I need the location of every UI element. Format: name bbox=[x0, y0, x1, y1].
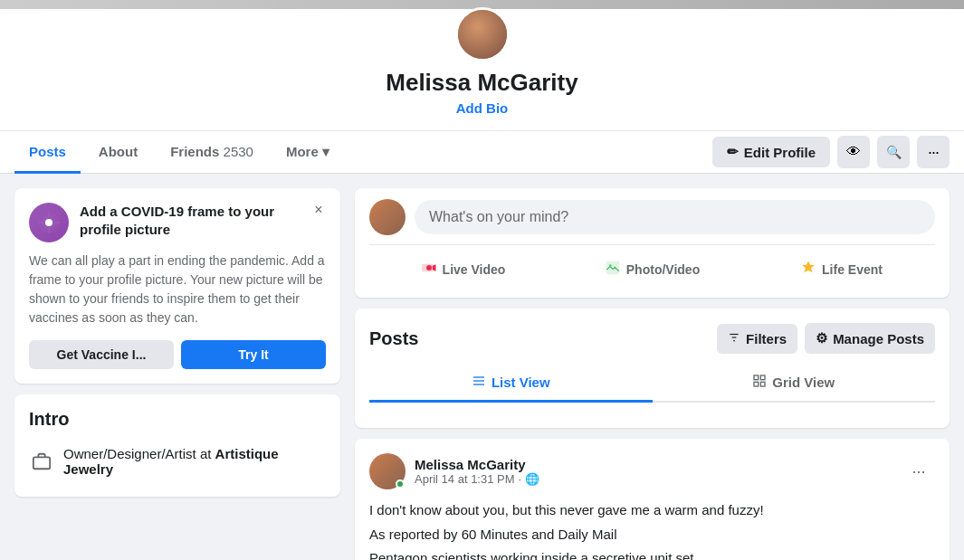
posts-header: Posts Filters ⚙ bbox=[369, 323, 935, 354]
profile-content: × Add a COVID-19 frame to your profile p… bbox=[0, 174, 964, 560]
life-event-action[interactable]: Life Event bbox=[748, 252, 935, 287]
profile-avatar bbox=[455, 7, 510, 62]
live-video-action[interactable]: Live Video bbox=[369, 252, 557, 287]
pencil-icon: ✏ bbox=[727, 144, 739, 160]
tab-actions: ✏ Edit Profile 👁 🔍 ··· bbox=[712, 136, 950, 168]
posts-controls: Filters ⚙ Manage Posts bbox=[717, 323, 935, 354]
online-indicator bbox=[396, 479, 405, 489]
filters-icon bbox=[728, 331, 740, 346]
covid-buttons: Get Vaccine I... Try It bbox=[29, 340, 326, 369]
filters-button[interactable]: Filters bbox=[717, 324, 797, 354]
covid-title: Add a COVID-19 frame to your profile pic… bbox=[80, 203, 326, 238]
composer-avatar bbox=[369, 199, 406, 235]
more-options-button[interactable]: ··· bbox=[917, 136, 950, 168]
post-author-info: Melissa McGarity April 14 at 1:31 PM · 🌐 bbox=[415, 457, 893, 486]
intro-title: Intro bbox=[29, 409, 326, 430]
briefcase-icon bbox=[29, 449, 54, 474]
try-it-button[interactable]: Try It bbox=[181, 340, 326, 369]
profile-tabs: Posts About Friends 2530 More ▾ ✏ Edit P… bbox=[0, 130, 964, 173]
avatar-area bbox=[0, 7, 964, 62]
left-column: × Add a COVID-19 frame to your profile p… bbox=[14, 188, 340, 560]
profile-name-area: Melissa McGarity Add Bio bbox=[0, 62, 964, 130]
grid-view-tab[interactable]: Grid View bbox=[653, 365, 936, 403]
intro-job-item: Owner/Designer/Artist at Artistique Jewe… bbox=[29, 441, 326, 482]
covid-close-button[interactable]: × bbox=[308, 199, 329, 221]
photo-video-label: Photo/Video bbox=[626, 262, 700, 277]
svg-point-2 bbox=[45, 219, 52, 226]
search-icon: 🔍 bbox=[886, 145, 902, 159]
svg-rect-20 bbox=[761, 375, 766, 380]
posts-section: Posts Filters ⚙ bbox=[355, 308, 950, 428]
composer-input[interactable]: What's on your mind? bbox=[415, 200, 935, 234]
post-author: Melissa McGarity April 14 at 1:31 PM · 🌐… bbox=[369, 453, 935, 489]
composer-card: What's on your mind? Live Video bbox=[355, 188, 950, 298]
covid-description: We can all play a part in ending the pan… bbox=[29, 252, 326, 327]
composer-top: What's on your mind? bbox=[369, 199, 935, 235]
intro-job-text: Owner/Designer/Artist at Artistique Jewe… bbox=[63, 446, 326, 477]
post-options-button[interactable]: ··· bbox=[902, 455, 935, 488]
photo-video-icon bbox=[605, 260, 621, 280]
list-view-icon bbox=[472, 374, 486, 391]
profile-name: Melissa McGarity bbox=[0, 69, 964, 97]
svg-rect-19 bbox=[754, 375, 759, 380]
post-text: I don't know about you, but this never g… bbox=[369, 500, 935, 560]
covid-header: Add a COVID-19 frame to your profile pic… bbox=[29, 203, 326, 242]
list-view-tab[interactable]: List View bbox=[369, 365, 653, 403]
svg-rect-22 bbox=[761, 382, 766, 386]
post-line-2: As reported by 60 Minutes and Daily Mail bbox=[369, 525, 935, 546]
covid-icon bbox=[29, 203, 69, 242]
ellipsis-icon: ··· bbox=[928, 143, 939, 162]
post-card: Melissa McGarity April 14 at 1:31 PM · 🌐… bbox=[355, 439, 950, 560]
post-separator: · bbox=[519, 472, 522, 486]
post-meta: April 14 at 1:31 PM · 🌐 bbox=[415, 472, 893, 486]
privacy-icon: 🌐 bbox=[525, 472, 539, 486]
life-event-icon bbox=[800, 260, 816, 280]
composer-actions: Live Video Photo/Video bbox=[369, 244, 935, 287]
add-bio-link[interactable]: Add Bio bbox=[0, 97, 964, 127]
post-line-1: I don't know about you, but this never g… bbox=[369, 500, 935, 521]
eye-button[interactable]: 👁 bbox=[837, 136, 870, 168]
intro-card: Intro Owner/Designer/Artist at Artistiqu… bbox=[14, 394, 340, 497]
svg-rect-21 bbox=[754, 382, 759, 386]
tab-friends[interactable]: Friends 2530 bbox=[156, 131, 268, 174]
view-tabs: List View Grid View bbox=[369, 365, 935, 403]
photo-video-action[interactable]: Photo/Video bbox=[558, 252, 746, 287]
tab-nav: Posts About Friends 2530 More ▾ bbox=[14, 131, 712, 173]
manage-posts-button[interactable]: ⚙ Manage Posts bbox=[805, 323, 935, 354]
tab-more[interactable]: More ▾ bbox=[272, 131, 344, 174]
svg-marker-10 bbox=[432, 264, 435, 271]
grid-view-icon bbox=[752, 374, 767, 391]
post-author-avatar bbox=[369, 453, 406, 489]
post-author-name[interactable]: Melissa McGarity bbox=[415, 457, 893, 472]
tab-posts[interactable]: Posts bbox=[14, 131, 81, 174]
life-event-label: Life Event bbox=[822, 262, 883, 277]
covid-svg-icon bbox=[36, 210, 62, 235]
eye-icon: 👁 bbox=[846, 144, 861, 160]
svg-rect-9 bbox=[422, 264, 432, 271]
edit-profile-button[interactable]: ✏ Edit Profile bbox=[712, 137, 830, 167]
search-button[interactable]: 🔍 bbox=[877, 136, 910, 168]
post-line-3: Pentagon scientists working inside a sec… bbox=[369, 548, 935, 560]
live-video-label: Live Video bbox=[443, 262, 506, 277]
profile-header: Melissa McGarity Add Bio Posts About Fri… bbox=[0, 0, 964, 174]
live-video-icon bbox=[421, 260, 437, 280]
posts-section-title: Posts bbox=[369, 328, 418, 349]
right-column: What's on your mind? Live Video bbox=[355, 188, 950, 560]
covid-card: × Add a COVID-19 frame to your profile p… bbox=[14, 188, 340, 384]
gear-icon: ⚙ bbox=[816, 330, 827, 346]
svg-rect-7 bbox=[33, 457, 50, 469]
vaccine-info-button[interactable]: Get Vaccine I... bbox=[29, 340, 174, 369]
tab-about[interactable]: About bbox=[84, 131, 152, 174]
